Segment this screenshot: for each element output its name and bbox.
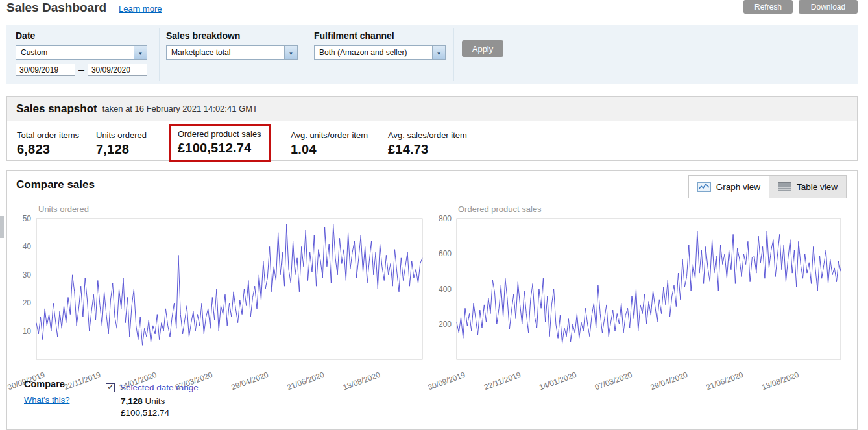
download-button[interactable]: Download	[799, 0, 858, 14]
graph-view-label: Graph view	[716, 182, 760, 192]
date-range-separator: –	[78, 64, 84, 76]
svg-text:22/11/2019: 22/11/2019	[63, 370, 102, 392]
svg-text:400: 400	[439, 285, 452, 294]
svg-text:50: 50	[23, 214, 32, 223]
metric-value: 1.04	[291, 142, 368, 157]
fulfilment-channel-dropdown[interactable]: Both (Amazon and seller)	[314, 45, 446, 60]
selected-date-range-checkbox[interactable]	[106, 383, 115, 392]
sales-breakdown-dropdown[interactable]: Marketplace total	[166, 45, 298, 60]
metric-label: Total order items	[17, 130, 79, 140]
compare-sales-panel: Compare sales Graph view Table view Un	[6, 170, 858, 430]
units-suffix: Units	[145, 396, 165, 406]
compare-sales-title: Compare sales	[16, 178, 95, 191]
chevron-down-icon[interactable]	[284, 46, 297, 59]
sales-breakdown-selected-value: Marketplace total	[167, 46, 297, 59]
page-edge-tab[interactable]	[0, 216, 4, 238]
units-ordered-chart: 102030405030/09/201922/11/201914/01/2020…	[7, 212, 440, 400]
date-filter-label: Date	[16, 30, 159, 41]
fulfilment-channel-section: Fulfilment channel Both (Amazon and sell…	[307, 28, 454, 81]
svg-text:29/04/2020: 29/04/2020	[230, 370, 270, 392]
whats-this-link[interactable]: What's this?	[24, 395, 69, 405]
metric-value: £100,512.74	[178, 141, 261, 156]
graph-view-icon	[697, 182, 711, 192]
svg-text:22/11/2019: 22/11/2019	[483, 370, 522, 392]
sales-snapshot-title: Sales snapshot	[16, 102, 97, 115]
fulfilment-channel-selected-value: Both (Amazon and seller)	[315, 46, 445, 59]
svg-text:20: 20	[23, 298, 32, 307]
svg-text:07/03/2020: 07/03/2020	[594, 370, 634, 392]
svg-text:30: 30	[23, 270, 32, 280]
legend-units-value: 7,128 Units	[121, 396, 165, 406]
svg-text:29/04/2020: 29/04/2020	[649, 370, 690, 392]
svg-text:21/06/2020: 21/06/2020	[705, 370, 745, 392]
sales-snapshot-header: Sales snapshot taken at 16 February 2021…	[7, 97, 857, 121]
chevron-down-icon[interactable]	[134, 46, 147, 59]
svg-text:200: 200	[439, 320, 452, 329]
filter-panel: Date Custom – Sales breakdown Marketplac…	[6, 25, 858, 84]
sales-breakdown-section: Sales breakdown Marketplace total	[160, 28, 307, 81]
metric-label: Ordered product sales	[178, 129, 261, 139]
units-number: 7,128	[121, 396, 143, 406]
page-title: Sales Dashboard	[6, 1, 106, 15]
metric-avg-units-per-order-item: Avg. units/order item 1.04	[291, 130, 368, 157]
learn-more-link[interactable]: Learn more	[119, 4, 162, 14]
metric-label: Units ordered	[96, 130, 147, 140]
date-range-dropdown[interactable]: Custom	[16, 45, 147, 60]
date-range-selected-value: Custom	[16, 46, 147, 59]
metric-value: £14.73	[388, 142, 467, 157]
selected-date-range-row: Selected date range	[106, 383, 199, 392]
compare-legend-label: Compare	[24, 379, 65, 389]
date-to-input[interactable]	[88, 64, 147, 76]
svg-text:10: 10	[23, 327, 32, 336]
svg-text:21/06/2020: 21/06/2020	[286, 370, 326, 392]
date-from-input[interactable]	[16, 64, 75, 76]
sales-snapshot-timestamp: taken at 16 February 2021 14:02:41 GMT	[102, 104, 258, 113]
ordered-product-sales-chart: 20040060080030/09/201922/11/201914/01/20…	[416, 212, 849, 400]
table-view-label: Table view	[797, 182, 838, 192]
metric-total-order-items: Total order items 6,823	[17, 130, 79, 157]
svg-text:800: 800	[439, 214, 452, 223]
sales-dashboard-page: Sales Dashboard Learn more Refresh Downl…	[0, 0, 868, 430]
metric-value: 6,823	[17, 142, 79, 157]
apply-button[interactable]: Apply	[462, 40, 503, 57]
graph-view-button[interactable]: Graph view	[688, 175, 769, 198]
metric-units-ordered: Units ordered 7,128	[96, 130, 147, 157]
date-filter-section: Date Custom –	[9, 28, 160, 81]
table-view-button[interactable]: Table view	[769, 175, 847, 198]
chevron-down-icon[interactable]	[432, 46, 445, 59]
svg-text:40: 40	[23, 242, 32, 251]
view-toggle: Graph view Table view	[688, 175, 847, 198]
sales-breakdown-label: Sales breakdown	[166, 30, 307, 41]
sales-snapshot-panel: Sales snapshot taken at 16 February 2021…	[6, 96, 858, 161]
legend-sales-value: £100,512.74	[121, 408, 169, 418]
selected-date-range-label: Selected date range	[120, 383, 199, 392]
metric-value: 7,128	[96, 142, 147, 157]
svg-text:30/09/2019: 30/09/2019	[427, 370, 467, 392]
metric-label: Avg. units/order item	[291, 130, 368, 140]
svg-text:13/08/2020: 13/08/2020	[342, 370, 382, 392]
refresh-button[interactable]: Refresh	[743, 0, 793, 14]
fulfilment-channel-label: Fulfilment channel	[314, 30, 453, 41]
svg-text:13/08/2020: 13/08/2020	[760, 370, 801, 392]
metric-label: Avg. sales/order item	[388, 130, 467, 140]
svg-text:600: 600	[439, 249, 452, 258]
metric-avg-sales-per-order-item: Avg. sales/order item £14.73	[388, 130, 467, 157]
custom-date-range: –	[16, 64, 159, 76]
table-view-icon	[778, 182, 791, 191]
metric-ordered-product-sales-highlighted: Ordered product sales £100,512.74	[169, 124, 271, 162]
svg-text:14/01/2020: 14/01/2020	[538, 370, 578, 392]
